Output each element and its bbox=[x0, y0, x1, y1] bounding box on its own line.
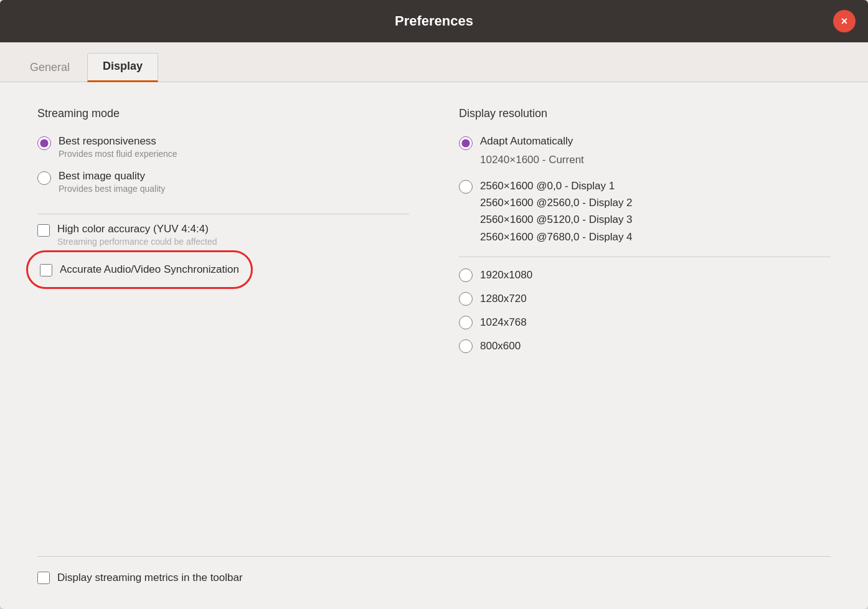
option-1920x1080[interactable]: 1920x1080 bbox=[459, 268, 831, 282]
checkbox-high-color-accuracy[interactable] bbox=[37, 224, 50, 237]
checkbox-display-streaming-metrics[interactable] bbox=[37, 572, 50, 584]
label-1920x1080: 1920x1080 bbox=[480, 269, 532, 281]
option-800x600[interactable]: 800x600 bbox=[459, 339, 831, 353]
label-1280x720: 1280x720 bbox=[480, 293, 527, 305]
tab-display[interactable]: Display bbox=[87, 53, 158, 82]
option-best-responsiveness[interactable]: Best responsiveness Provides most fluid … bbox=[37, 135, 409, 159]
streaming-radio-group: Best responsiveness Provides most fluid … bbox=[37, 135, 409, 205]
option-1024x768[interactable]: 1024x768 bbox=[459, 316, 831, 329]
label-1024x768: 1024x768 bbox=[480, 316, 527, 329]
radio-adapt-automatically[interactable] bbox=[459, 136, 473, 150]
radio-1280x720[interactable] bbox=[459, 292, 473, 306]
adapt-automatically-label: Adapt Automatically bbox=[480, 135, 573, 148]
preferences-dialog: Preferences × General Display Streaming … bbox=[0, 0, 868, 609]
titlebar: Preferences × bbox=[0, 0, 868, 42]
radio-multi-display[interactable] bbox=[459, 180, 473, 194]
accurate-audio-container: Accurate Audio/Video Synchronization bbox=[37, 259, 409, 289]
close-button[interactable]: × bbox=[833, 10, 856, 32]
radio-1024x768[interactable] bbox=[459, 316, 473, 329]
multi-display-line-2: 2560×1600 @2560,0 - Display 2 bbox=[480, 194, 633, 211]
radio-800x600[interactable] bbox=[459, 339, 473, 353]
best-image-quality-sublabel: Provides best image quality bbox=[59, 184, 165, 194]
tabs-bar: General Display bbox=[0, 42, 868, 82]
right-column: Display resolution Adapt Automatically 1… bbox=[459, 107, 831, 537]
left-column: Streaming mode Best responsiveness Provi… bbox=[37, 107, 409, 537]
option-adapt-automatically[interactable]: Adapt Automatically bbox=[459, 135, 831, 150]
checkbox-accurate-audio-video[interactable] bbox=[40, 264, 52, 276]
high-color-accuracy-label: High color accuracy (YUV 4:4:4) bbox=[57, 223, 217, 235]
resolution-divider bbox=[459, 257, 831, 257]
multi-display-line-4: 2560×1600 @7680,0 - Display 4 bbox=[480, 229, 633, 245]
option-accurate-audio-video[interactable]: Accurate Audio/Video Synchronization bbox=[37, 259, 242, 280]
label-800x600: 800x600 bbox=[480, 340, 521, 352]
radio-1920x1080[interactable] bbox=[459, 268, 473, 282]
checkbox-options: High color accuracy (YUV 4:4:4) Streamin… bbox=[37, 223, 409, 289]
dialog-title: Preferences bbox=[395, 13, 473, 29]
radio-best-image-quality[interactable] bbox=[37, 171, 51, 185]
best-responsiveness-label: Best responsiveness bbox=[59, 135, 177, 148]
best-image-quality-label: Best image quality bbox=[59, 170, 165, 182]
streaming-divider bbox=[37, 214, 409, 214]
multi-display-line-3: 2560×1600 @5120,0 - Display 3 bbox=[480, 211, 633, 228]
two-column-layout: Streaming mode Best responsiveness Provi… bbox=[37, 107, 831, 537]
high-color-accuracy-sublabel: Streaming performance could be affected bbox=[57, 237, 217, 247]
option-multi-display[interactable]: 2560×1600 @0,0 - Display 1 2560×1600 @25… bbox=[459, 177, 831, 245]
bottom-section: Display streaming metrics in the toolbar bbox=[37, 556, 831, 584]
option-best-image-quality[interactable]: Best image quality Provides best image q… bbox=[37, 170, 409, 194]
tab-general[interactable]: General bbox=[15, 55, 85, 82]
option-1280x720[interactable]: 1280x720 bbox=[459, 292, 831, 306]
streaming-mode-title: Streaming mode bbox=[37, 107, 409, 120]
content-area: Streaming mode Best responsiveness Provi… bbox=[0, 82, 868, 609]
option-high-color-accuracy[interactable]: High color accuracy (YUV 4:4:4) Streamin… bbox=[37, 223, 409, 247]
radio-best-responsiveness[interactable] bbox=[37, 136, 51, 150]
multi-display-lines: 2560×1600 @0,0 - Display 1 2560×1600 @25… bbox=[480, 177, 633, 245]
option-display-streaming-metrics[interactable]: Display streaming metrics in the toolbar bbox=[37, 572, 831, 584]
best-responsiveness-sublabel: Provides most fluid experience bbox=[59, 149, 177, 159]
display-resolution-title: Display resolution bbox=[459, 107, 831, 120]
multi-display-line-1: 2560×1600 @0,0 - Display 1 bbox=[480, 177, 633, 194]
display-streaming-metrics-label: Display streaming metrics in the toolbar bbox=[57, 572, 243, 584]
current-resolution-text: 10240×1600 - Current bbox=[480, 154, 831, 166]
accurate-audio-video-label: Accurate Audio/Video Synchronization bbox=[60, 263, 239, 276]
